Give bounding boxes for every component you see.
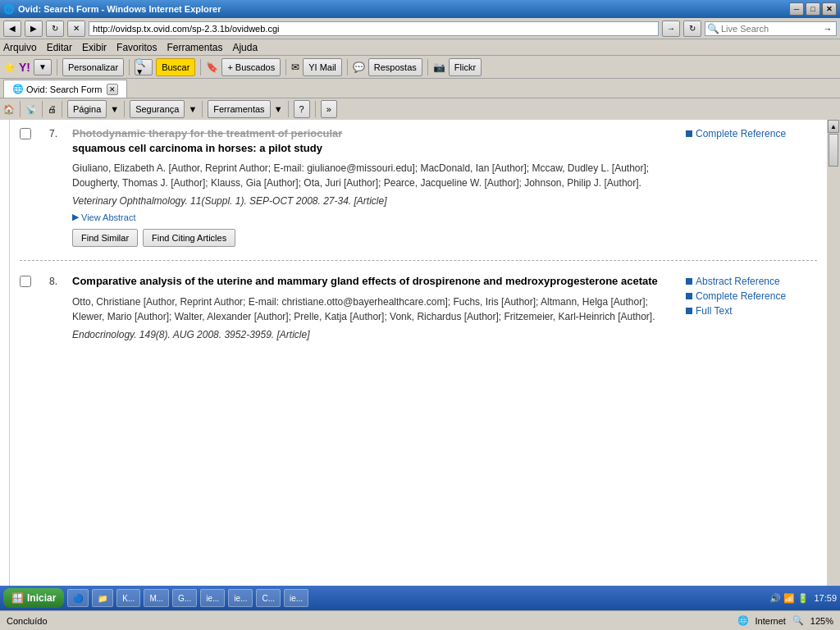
tab-close-button[interactable]: ✕ xyxy=(107,84,118,95)
result-8-journal: Endocrinology. 149(8). AUG 2008. 3952-39… xyxy=(72,329,679,340)
yimail-button[interactable]: YI Mail xyxy=(303,58,342,76)
result-8-title: Comparative analysis of the uterine and … xyxy=(72,274,679,289)
bullet-icon-3 xyxy=(686,308,692,314)
taskbar-app-5[interactable]: G... xyxy=(172,589,197,607)
main-container: 7. Photodynamic therapy for the treatmen… xyxy=(0,120,840,609)
result-7-right-links: Complete Reference xyxy=(686,126,817,247)
scroll-track xyxy=(829,133,838,596)
menu-exibir[interactable]: Exibir xyxy=(82,42,107,53)
result-item-8: 8. Comparative analysis of the uterine a… xyxy=(20,274,817,358)
pagina-button[interactable]: Página xyxy=(67,100,107,118)
scrollbar[interactable]: ▲ ▼ xyxy=(827,120,840,609)
menu-favoritos[interactable]: Favoritos xyxy=(116,42,157,53)
ferramentas-button[interactable]: Ferramentas xyxy=(208,100,270,118)
sep4 xyxy=(124,101,125,117)
result-7-actions: Find Similar Find Citing Articles xyxy=(72,229,679,247)
result-7-title: Photodynamic therapy for the treatment o… xyxy=(72,126,679,156)
stop-button[interactable]: ✕ xyxy=(67,21,85,37)
refresh-btn2[interactable]: ↻ xyxy=(683,21,701,37)
go-button[interactable]: → xyxy=(662,21,680,37)
close-button[interactable]: ✕ xyxy=(822,2,837,16)
result-8-body: Comparative analysis of the uterine and … xyxy=(66,274,686,345)
result-7-view-abstract[interactable]: ▶ View Abstract xyxy=(72,212,679,222)
sep3 xyxy=(62,101,62,117)
result-8-checkbox[interactable] xyxy=(20,276,31,287)
respostas-button[interactable]: Respostas xyxy=(368,58,422,76)
seguranca-button[interactable]: Segurança xyxy=(130,100,185,118)
complete-reference-link-8[interactable]: Complete Reference xyxy=(696,290,786,302)
dropdown-btn[interactable]: ▼ xyxy=(34,59,52,75)
buscados-icon: 🔖 xyxy=(206,62,218,73)
taskbar-app-8[interactable]: C... xyxy=(256,589,281,607)
respostas-icon: 💬 xyxy=(353,62,365,73)
tab-ovid-search[interactable]: 🌐 Ovid: Search Form ✕ xyxy=(3,80,127,98)
rss-icon: 📡 xyxy=(25,104,37,115)
title-bar-left: 🌐 Ovid: Search Form - Windows Internet E… xyxy=(3,4,221,15)
address-bar: ◀ ▶ ↻ ✕ → ↻ 🔍 → xyxy=(0,18,840,39)
find-similar-button[interactable]: Find Similar xyxy=(72,229,138,247)
help-button[interactable]: ? xyxy=(294,100,310,118)
result-item-7: 7. Photodynamic therapy for the treatmen… xyxy=(20,126,817,261)
tab-bar: 🌐 Ovid: Search Form ✕ xyxy=(0,79,840,98)
search-input[interactable] xyxy=(721,22,819,35)
star-icon: ⭐ xyxy=(3,62,16,73)
result-7-authors: Giuliano, Elizabeth A. [Author, Reprint … xyxy=(72,161,679,190)
result-7-checkbox[interactable] xyxy=(20,128,31,139)
menu-arquivo[interactable]: Arquivo xyxy=(3,42,37,53)
menu-ferramentas[interactable]: Ferramentas xyxy=(167,42,222,53)
taskbar-app-4[interactable]: M... xyxy=(144,589,169,607)
scroll-thumb[interactable] xyxy=(829,134,838,167)
back-button[interactable]: ◀ xyxy=(3,21,21,37)
separator2 xyxy=(129,59,130,75)
taskbar-app-3[interactable]: K... xyxy=(116,589,140,607)
sep xyxy=(20,101,21,117)
sep6 xyxy=(288,101,289,117)
search-dropdown-btn[interactable]: 🔍▼ xyxy=(135,59,153,75)
find-citing-articles-button[interactable]: Find Citing Articles xyxy=(143,229,235,247)
result-number-7: 7. xyxy=(49,126,66,247)
buscar-button[interactable]: Buscar xyxy=(156,58,195,76)
system-tray: 🔊 📶 🔋 xyxy=(769,593,809,604)
title-bar: 🌐 Ovid: Search Form - Windows Internet E… xyxy=(0,0,840,18)
result-8-link-2: Complete Reference xyxy=(686,290,817,302)
minimize-button[interactable]: ─ xyxy=(789,2,804,16)
taskbar-app-9[interactable]: ie... xyxy=(284,589,308,607)
address-input[interactable] xyxy=(89,21,659,36)
separator6 xyxy=(427,59,428,75)
sep5 xyxy=(202,101,203,117)
menu-editar[interactable]: Editar xyxy=(47,42,72,53)
flickr-icon: 📷 xyxy=(433,62,445,73)
refresh-button[interactable]: ↻ xyxy=(46,21,64,37)
menu-ajuda[interactable]: Ajuda xyxy=(232,42,258,53)
taskbar-app-1[interactable]: 🔵 xyxy=(67,589,89,607)
flickr-button[interactable]: Flickr xyxy=(449,58,482,76)
full-text-link-8[interactable]: Full Text xyxy=(696,305,732,317)
left-sidebar xyxy=(0,120,10,609)
content-area: 7. Photodynamic therapy for the treatmen… xyxy=(10,120,827,609)
result-7-journal: Veterinary Ophthalmology. 11(Suppl. 1). … xyxy=(72,195,679,207)
taskbar-app-7[interactable]: ie... xyxy=(228,589,253,607)
buscados-button[interactable]: + Buscados xyxy=(221,58,281,76)
start-icon: 🪟 xyxy=(11,592,24,604)
extend-button[interactable]: » xyxy=(321,100,337,118)
forward-button[interactable]: ▶ xyxy=(25,21,43,37)
scroll-up-button[interactable]: ▲ xyxy=(828,120,839,133)
app2-icon: 📁 xyxy=(98,594,107,603)
ie-toolbar: 🏠 📡 🖨 Página▼ Segurança▼ Ferramentas▼ ? … xyxy=(0,98,840,120)
start-button[interactable]: 🪟 Iniciar xyxy=(3,588,64,608)
sep2 xyxy=(42,101,43,117)
home-icon: 🏠 xyxy=(3,104,15,115)
result-8-link-3: Full Text xyxy=(686,305,817,317)
complete-reference-link-7[interactable]: Complete Reference xyxy=(696,128,786,139)
tab-favicon: 🌐 xyxy=(12,84,24,94)
toolbar: ⭐ Y! ▼ Personalizar 🔍▼ Buscar 🔖 + Buscad… xyxy=(0,56,840,79)
taskbar-app-6[interactable]: ie... xyxy=(200,589,225,607)
personalizar-button[interactable]: Personalizar xyxy=(62,58,124,76)
search-go-button[interactable]: → xyxy=(821,22,834,35)
taskbar-app-2[interactable]: 📁 xyxy=(92,589,113,607)
start-label: Iniciar xyxy=(27,592,56,604)
result-number-8: 8. xyxy=(49,274,66,345)
abstract-reference-link-8[interactable]: Abstract Reference xyxy=(696,276,780,287)
maximize-button[interactable]: □ xyxy=(806,2,820,16)
bullet-icon-2 xyxy=(686,293,692,299)
